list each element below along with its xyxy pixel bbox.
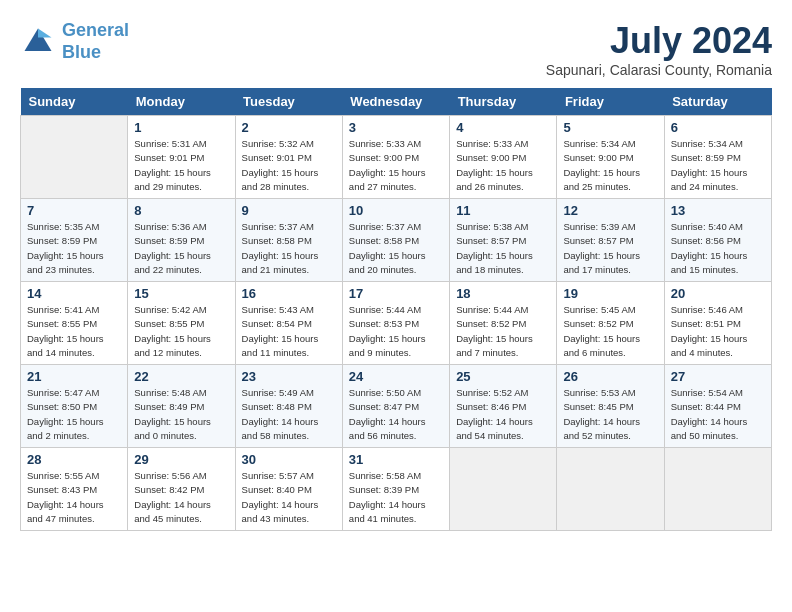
day-number: 25: [456, 369, 550, 384]
day-number: 31: [349, 452, 443, 467]
calendar-cell: 8Sunrise: 5:36 AM Sunset: 8:59 PM Daylig…: [128, 199, 235, 282]
calendar-cell: 17Sunrise: 5:44 AM Sunset: 8:53 PM Dayli…: [342, 282, 449, 365]
svg-marker-1: [38, 28, 52, 37]
calendar-cell: 15Sunrise: 5:42 AM Sunset: 8:55 PM Dayli…: [128, 282, 235, 365]
day-info: Sunrise: 5:48 AM Sunset: 8:49 PM Dayligh…: [134, 386, 228, 443]
calendar-cell: 16Sunrise: 5:43 AM Sunset: 8:54 PM Dayli…: [235, 282, 342, 365]
calendar-cell: 6Sunrise: 5:34 AM Sunset: 8:59 PM Daylig…: [664, 116, 771, 199]
day-info: Sunrise: 5:45 AM Sunset: 8:52 PM Dayligh…: [563, 303, 657, 360]
day-info: Sunrise: 5:58 AM Sunset: 8:39 PM Dayligh…: [349, 469, 443, 526]
calendar-cell: 21Sunrise: 5:47 AM Sunset: 8:50 PM Dayli…: [21, 365, 128, 448]
day-number: 26: [563, 369, 657, 384]
calendar-cell: 9Sunrise: 5:37 AM Sunset: 8:58 PM Daylig…: [235, 199, 342, 282]
logo-icon: [20, 24, 56, 60]
calendar-cell: 20Sunrise: 5:46 AM Sunset: 8:51 PM Dayli…: [664, 282, 771, 365]
weekday-header-row: SundayMondayTuesdayWednesdayThursdayFrid…: [21, 88, 772, 116]
day-info: Sunrise: 5:41 AM Sunset: 8:55 PM Dayligh…: [27, 303, 121, 360]
day-number: 28: [27, 452, 121, 467]
day-number: 29: [134, 452, 228, 467]
day-info: Sunrise: 5:43 AM Sunset: 8:54 PM Dayligh…: [242, 303, 336, 360]
logo: General Blue: [20, 20, 129, 63]
calendar-cell: [21, 116, 128, 199]
calendar-week-row: 7Sunrise: 5:35 AM Sunset: 8:59 PM Daylig…: [21, 199, 772, 282]
day-number: 9: [242, 203, 336, 218]
day-info: Sunrise: 5:36 AM Sunset: 8:59 PM Dayligh…: [134, 220, 228, 277]
calendar-cell: [557, 448, 664, 531]
calendar-cell: [450, 448, 557, 531]
day-info: Sunrise: 5:52 AM Sunset: 8:46 PM Dayligh…: [456, 386, 550, 443]
calendar-week-row: 28Sunrise: 5:55 AM Sunset: 8:43 PM Dayli…: [21, 448, 772, 531]
title-block: July 2024 Sapunari, Calarasi County, Rom…: [546, 20, 772, 78]
calendar-cell: 25Sunrise: 5:52 AM Sunset: 8:46 PM Dayli…: [450, 365, 557, 448]
day-info: Sunrise: 5:44 AM Sunset: 8:52 PM Dayligh…: [456, 303, 550, 360]
day-info: Sunrise: 5:37 AM Sunset: 8:58 PM Dayligh…: [242, 220, 336, 277]
day-number: 20: [671, 286, 765, 301]
day-number: 13: [671, 203, 765, 218]
weekday-header: Saturday: [664, 88, 771, 116]
calendar-cell: 1Sunrise: 5:31 AM Sunset: 9:01 PM Daylig…: [128, 116, 235, 199]
calendar-cell: 19Sunrise: 5:45 AM Sunset: 8:52 PM Dayli…: [557, 282, 664, 365]
calendar-cell: 10Sunrise: 5:37 AM Sunset: 8:58 PM Dayli…: [342, 199, 449, 282]
calendar-cell: 18Sunrise: 5:44 AM Sunset: 8:52 PM Dayli…: [450, 282, 557, 365]
day-number: 19: [563, 286, 657, 301]
day-info: Sunrise: 5:40 AM Sunset: 8:56 PM Dayligh…: [671, 220, 765, 277]
calendar-cell: 29Sunrise: 5:56 AM Sunset: 8:42 PM Dayli…: [128, 448, 235, 531]
day-info: Sunrise: 5:53 AM Sunset: 8:45 PM Dayligh…: [563, 386, 657, 443]
weekday-header: Friday: [557, 88, 664, 116]
weekday-header: Wednesday: [342, 88, 449, 116]
day-info: Sunrise: 5:55 AM Sunset: 8:43 PM Dayligh…: [27, 469, 121, 526]
calendar-cell: 30Sunrise: 5:57 AM Sunset: 8:40 PM Dayli…: [235, 448, 342, 531]
calendar-cell: 2Sunrise: 5:32 AM Sunset: 9:01 PM Daylig…: [235, 116, 342, 199]
day-number: 23: [242, 369, 336, 384]
day-info: Sunrise: 5:32 AM Sunset: 9:01 PM Dayligh…: [242, 137, 336, 194]
calendar-cell: 13Sunrise: 5:40 AM Sunset: 8:56 PM Dayli…: [664, 199, 771, 282]
day-number: 1: [134, 120, 228, 135]
calendar-cell: 24Sunrise: 5:50 AM Sunset: 8:47 PM Dayli…: [342, 365, 449, 448]
day-info: Sunrise: 5:42 AM Sunset: 8:55 PM Dayligh…: [134, 303, 228, 360]
day-info: Sunrise: 5:34 AM Sunset: 8:59 PM Dayligh…: [671, 137, 765, 194]
day-number: 8: [134, 203, 228, 218]
day-info: Sunrise: 5:49 AM Sunset: 8:48 PM Dayligh…: [242, 386, 336, 443]
calendar-cell: 4Sunrise: 5:33 AM Sunset: 9:00 PM Daylig…: [450, 116, 557, 199]
day-info: Sunrise: 5:34 AM Sunset: 9:00 PM Dayligh…: [563, 137, 657, 194]
calendar-cell: [664, 448, 771, 531]
logo-line2: Blue: [62, 42, 101, 62]
calendar-cell: 23Sunrise: 5:49 AM Sunset: 8:48 PM Dayli…: [235, 365, 342, 448]
day-number: 11: [456, 203, 550, 218]
weekday-header: Sunday: [21, 88, 128, 116]
calendar-week-row: 21Sunrise: 5:47 AM Sunset: 8:50 PM Dayli…: [21, 365, 772, 448]
day-number: 7: [27, 203, 121, 218]
day-number: 21: [27, 369, 121, 384]
calendar-cell: 28Sunrise: 5:55 AM Sunset: 8:43 PM Dayli…: [21, 448, 128, 531]
day-info: Sunrise: 5:37 AM Sunset: 8:58 PM Dayligh…: [349, 220, 443, 277]
day-number: 16: [242, 286, 336, 301]
calendar-cell: 31Sunrise: 5:58 AM Sunset: 8:39 PM Dayli…: [342, 448, 449, 531]
calendar-cell: 14Sunrise: 5:41 AM Sunset: 8:55 PM Dayli…: [21, 282, 128, 365]
calendar-cell: 12Sunrise: 5:39 AM Sunset: 8:57 PM Dayli…: [557, 199, 664, 282]
day-info: Sunrise: 5:54 AM Sunset: 8:44 PM Dayligh…: [671, 386, 765, 443]
day-number: 4: [456, 120, 550, 135]
calendar-week-row: 1Sunrise: 5:31 AM Sunset: 9:01 PM Daylig…: [21, 116, 772, 199]
day-info: Sunrise: 5:50 AM Sunset: 8:47 PM Dayligh…: [349, 386, 443, 443]
calendar-cell: 11Sunrise: 5:38 AM Sunset: 8:57 PM Dayli…: [450, 199, 557, 282]
calendar-cell: 3Sunrise: 5:33 AM Sunset: 9:00 PM Daylig…: [342, 116, 449, 199]
month-title: July 2024: [546, 20, 772, 62]
day-info: Sunrise: 5:46 AM Sunset: 8:51 PM Dayligh…: [671, 303, 765, 360]
day-number: 24: [349, 369, 443, 384]
day-info: Sunrise: 5:56 AM Sunset: 8:42 PM Dayligh…: [134, 469, 228, 526]
calendar-cell: 26Sunrise: 5:53 AM Sunset: 8:45 PM Dayli…: [557, 365, 664, 448]
day-number: 27: [671, 369, 765, 384]
day-number: 3: [349, 120, 443, 135]
day-info: Sunrise: 5:31 AM Sunset: 9:01 PM Dayligh…: [134, 137, 228, 194]
calendar-cell: 22Sunrise: 5:48 AM Sunset: 8:49 PM Dayli…: [128, 365, 235, 448]
day-info: Sunrise: 5:33 AM Sunset: 9:00 PM Dayligh…: [349, 137, 443, 194]
day-info: Sunrise: 5:38 AM Sunset: 8:57 PM Dayligh…: [456, 220, 550, 277]
day-info: Sunrise: 5:47 AM Sunset: 8:50 PM Dayligh…: [27, 386, 121, 443]
day-number: 22: [134, 369, 228, 384]
weekday-header: Monday: [128, 88, 235, 116]
day-number: 2: [242, 120, 336, 135]
day-number: 10: [349, 203, 443, 218]
calendar-cell: 27Sunrise: 5:54 AM Sunset: 8:44 PM Dayli…: [664, 365, 771, 448]
day-number: 5: [563, 120, 657, 135]
calendar-cell: 5Sunrise: 5:34 AM Sunset: 9:00 PM Daylig…: [557, 116, 664, 199]
